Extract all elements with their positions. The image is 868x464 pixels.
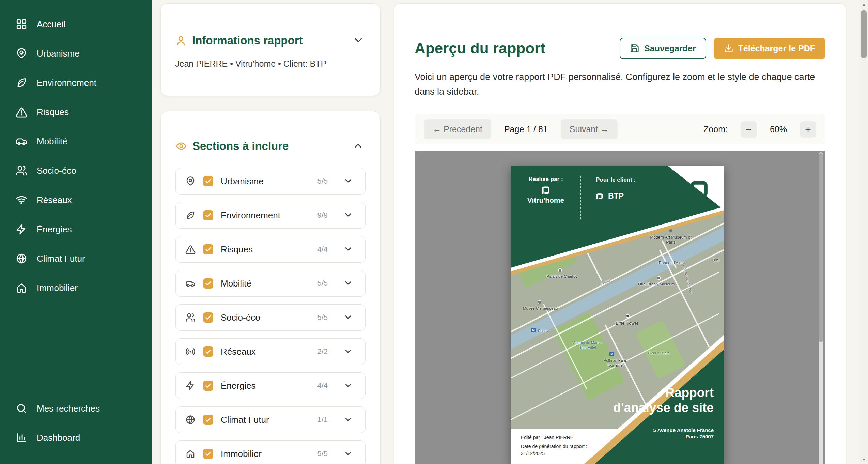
sidebar-item-label: Environnement	[37, 78, 96, 88]
cover-realise-par: Réalisé par : Vitru'home	[520, 176, 571, 204]
section-checkbox[interactable]	[203, 415, 213, 425]
sidebar-item-accueil[interactable]: Accueil	[0, 10, 152, 39]
section-count-badge: 9/9	[317, 211, 328, 220]
section-row-environnement[interactable]: Environnement 9/9	[175, 202, 366, 229]
map-pin-icon	[185, 176, 196, 186]
house-icon	[16, 282, 27, 294]
section-row-energies[interactable]: Énergies 4/4	[175, 372, 366, 399]
sidebar-item-label: Mes recherches	[37, 403, 100, 414]
section-checkbox[interactable]	[203, 312, 213, 323]
section-count-badge: 5/5	[317, 177, 328, 186]
invalides-park	[635, 320, 686, 380]
chevron-down-icon	[353, 34, 364, 46]
collapse-sections-button[interactable]	[351, 139, 366, 154]
collapse-report-info-button[interactable]	[351, 33, 366, 48]
section-row-socio-eco[interactable]: Socio-éco 5/5	[175, 304, 366, 331]
people-icon	[185, 312, 196, 323]
sidebar-nav: Accueil Urbanisme Environnement Risques …	[0, 10, 152, 303]
map-label: Passy	[538, 328, 548, 333]
sidebar-item-label: Climat Futur	[37, 253, 85, 264]
client-name: BTP	[608, 191, 624, 201]
section-row-urbanisme[interactable]: Urbanisme 5/5	[175, 168, 366, 195]
report-info-summary: Jean PIERRE • Vitru'home • Client: BTP	[175, 59, 366, 69]
expand-section-button[interactable]	[341, 276, 356, 291]
section-row-climat-futur[interactable]: Climat Futur 1/1	[175, 406, 366, 433]
section-row-risques[interactable]: Risques 4/4	[175, 236, 366, 263]
sidebar-item-energies[interactable]: Énergies	[0, 215, 152, 244]
check-icon	[205, 450, 212, 457]
check-icon	[205, 178, 212, 185]
globe-icon	[16, 253, 27, 264]
chevron-down-icon	[343, 312, 353, 322]
section-checkbox[interactable]	[203, 346, 213, 357]
sidebar-item-socio-eco[interactable]: Socio-éco	[0, 156, 152, 185]
previous-page-button[interactable]: ← Precedent	[424, 119, 491, 139]
map-label: Pont de l'Alma	[650, 261, 693, 265]
chevron-down-icon	[343, 210, 353, 220]
sidebar-item-climat-futur[interactable]: Climat Futur	[0, 244, 152, 273]
save-button[interactable]: Sauvegarder	[620, 38, 706, 59]
car-icon	[185, 278, 196, 289]
pdf-preview-viewport[interactable]: Modern Art Museum of Paris Pont de l'Alm…	[415, 151, 825, 464]
preview-scrollbar-thumb[interactable]	[819, 153, 823, 342]
check-icon	[205, 314, 212, 321]
sidebar-item-environnement[interactable]: Environnement	[0, 68, 152, 97]
pdf-cover-page: Modern Art Museum of Paris Pont de l'Alm…	[511, 166, 724, 464]
expand-section-button[interactable]	[341, 344, 356, 359]
expand-section-button[interactable]	[341, 174, 356, 189]
sidebar-item-immobilier[interactable]: Immobilier	[0, 273, 152, 303]
section-checkbox[interactable]	[203, 244, 213, 254]
preview-scrollbar[interactable]	[819, 152, 823, 464]
next-page-button[interactable]: Suivant →	[561, 119, 618, 139]
expand-section-button[interactable]	[341, 310, 356, 325]
section-row-reseaux[interactable]: Réseaux 2/2	[175, 338, 366, 365]
section-checkbox[interactable]	[203, 176, 213, 186]
download-pdf-button[interactable]: Télécharger le PDF	[714, 38, 825, 59]
edited-by: Edité par : Jean PIERRE	[521, 434, 587, 441]
section-checkbox[interactable]	[203, 449, 213, 459]
zoom-in-button[interactable]: +	[800, 121, 816, 138]
expand-section-button[interactable]	[341, 446, 356, 461]
scroll-up-arrow[interactable]: ▲	[859, 0, 868, 9]
check-icon	[205, 416, 212, 423]
expand-section-button[interactable]	[341, 412, 356, 427]
check-icon	[205, 212, 212, 219]
museum-poi-icon	[558, 268, 562, 272]
window-scrollbar-thumb[interactable]	[861, 10, 867, 58]
section-row-immobilier[interactable]: Immobilier 5/5	[175, 440, 366, 464]
people-icon	[16, 165, 27, 176]
section-checkbox[interactable]	[203, 210, 213, 220]
chevron-down-icon	[343, 448, 353, 459]
section-count-badge: 4/4	[317, 245, 328, 254]
house-icon	[185, 449, 196, 459]
window-scrollbar[interactable]: ▲ ▼	[859, 0, 868, 464]
museum-poi-icon	[657, 276, 661, 280]
section-row-mobilite[interactable]: Mobilité 5/5	[175, 270, 366, 297]
section-checkbox[interactable]	[203, 381, 213, 391]
main-content: Informations rapport Jean PIERRE • Vitru…	[152, 0, 868, 464]
sidebar-item-mes-recherches[interactable]: Mes recherches	[0, 394, 152, 423]
section-count-badge: 5/5	[317, 449, 328, 458]
chevron-down-icon	[343, 278, 353, 288]
check-icon	[205, 348, 212, 355]
cover-report-title: Rapport d'analyse de site	[598, 385, 714, 415]
sidebar-item-label: Immobilier	[37, 283, 78, 293]
cover-credits: Edité par : Jean PIERRE Date de générati…	[521, 434, 587, 457]
expand-section-button[interactable]	[341, 378, 356, 393]
section-checkbox[interactable]	[203, 278, 213, 289]
sidebar-item-mobilite[interactable]: Mobilité	[0, 127, 152, 156]
scroll-down-arrow[interactable]: ▼	[859, 455, 868, 464]
expand-section-button[interactable]	[341, 208, 356, 223]
map-label: Eiffel Tower	[616, 321, 638, 326]
expand-section-button[interactable]	[341, 242, 356, 257]
cover-pour-le-client: Pour le client : BTP	[596, 176, 636, 201]
sidebar-item-dashboard[interactable]: Dashboard	[0, 423, 152, 452]
map-label: Palais de Chaillot	[537, 274, 586, 279]
sidebar-item-urbanisme[interactable]: Urbanisme	[0, 39, 152, 68]
search-icon	[16, 403, 27, 414]
sidebar-item-risques[interactable]: Risques	[0, 97, 152, 127]
sidebar-item-reseaux[interactable]: Réseaux	[0, 185, 152, 215]
section-count-badge: 1/1	[317, 415, 328, 424]
zoom-out-button[interactable]: −	[741, 121, 757, 138]
leaf-icon	[16, 77, 27, 89]
